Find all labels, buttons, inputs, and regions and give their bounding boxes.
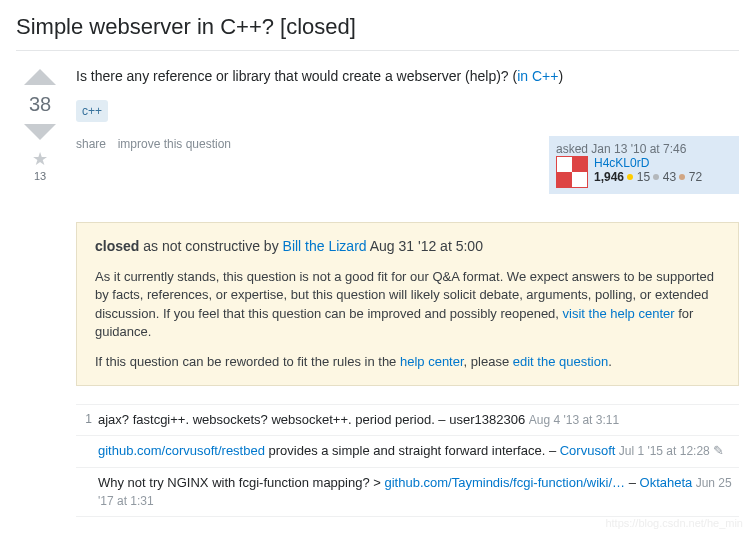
comment-score: 1 — [78, 411, 98, 429]
comment: github.com/corvusoft/restbed provides a … — [76, 436, 739, 467]
comment-score — [78, 474, 98, 510]
pencil-icon[interactable]: ✎ — [713, 443, 724, 458]
comment-meta: Aug 4 '13 at 3:11 — [529, 413, 619, 427]
upvote-icon[interactable] — [24, 69, 56, 85]
favorite-count: 13 — [16, 170, 64, 182]
body-link[interactable]: in C++ — [517, 68, 558, 84]
bronze-badge-icon — [679, 174, 685, 180]
help-center-link-2[interactable]: help center — [400, 354, 464, 369]
question-title: Simple webserver in C++? [closed] — [16, 0, 739, 51]
comment-link[interactable]: github.com/Taymindis/fcgi-function/wiki/… — [384, 475, 625, 490]
post-actions: share improve this question — [76, 136, 239, 151]
user-reputation: 1,946 15 43 72 — [594, 170, 702, 184]
comment-list: 1 ajax? fastcgi++. websockets? websocket… — [76, 404, 739, 517]
closed-notice: closed as not constructive by Bill the L… — [76, 222, 739, 387]
vote-score: 38 — [16, 87, 64, 122]
closed-by-user[interactable]: Bill the Lizard — [283, 238, 367, 254]
silver-badge-icon — [653, 174, 659, 180]
improve-link[interactable]: improve this question — [118, 137, 231, 151]
comment-user[interactable]: Oktaheta — [640, 475, 693, 490]
gold-badge-icon — [627, 174, 633, 180]
comment-user[interactable]: Corvusoft — [560, 443, 616, 458]
user-card: asked Jan 13 '10 at 7:46 H4cKL0rD 1,946 … — [549, 136, 739, 194]
comment: 1 ajax? fastcgi++. websockets? websocket… — [76, 405, 739, 436]
share-link[interactable]: share — [76, 137, 106, 151]
comment: Why not try NGINX with fcgi-function map… — [76, 468, 739, 517]
vote-cell: 38 ★ 13 — [16, 67, 64, 517]
favorite-star-icon[interactable]: ★ — [16, 148, 64, 170]
tag-cpp[interactable]: c++ — [76, 100, 108, 122]
comment-link[interactable]: github.com/corvusoft/restbed — [98, 443, 265, 458]
comment-meta: Jul 1 '15 at 12:28 — [615, 444, 713, 458]
downvote-icon[interactable] — [24, 124, 56, 140]
question-body: Is there any reference or library that w… — [76, 67, 739, 87]
edit-question-link[interactable]: edit the question — [513, 354, 608, 369]
asked-time: asked Jan 13 '10 at 7:46 — [556, 142, 732, 156]
help-center-link[interactable]: visit the help center — [563, 306, 675, 321]
comment-score — [78, 442, 98, 460]
user-link[interactable]: H4cKL0rD — [594, 156, 649, 170]
avatar[interactable] — [556, 156, 588, 188]
tag-list: c++ — [76, 103, 739, 118]
